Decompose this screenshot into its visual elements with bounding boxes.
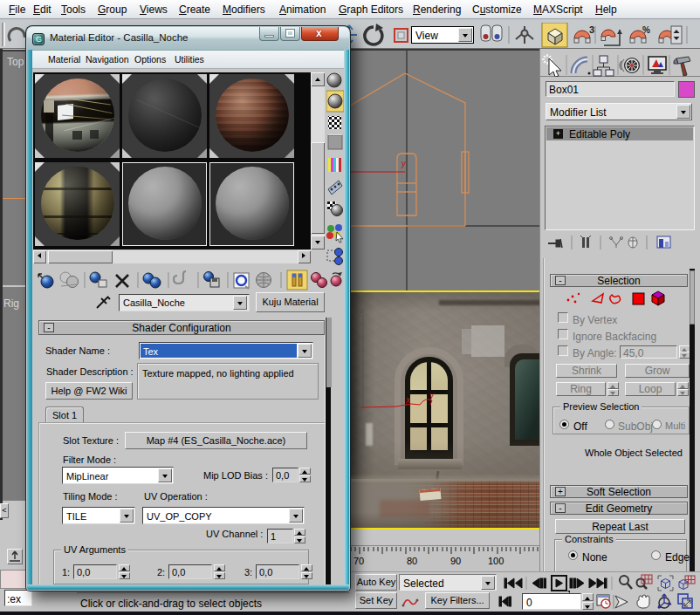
svg-text:y: y — [401, 159, 407, 168]
svg-text:90: 90 — [450, 556, 461, 566]
svg-text:3: 3 — [589, 24, 594, 35]
svg-text:70: 70 — [353, 556, 364, 566]
svg-text:y: y — [429, 391, 435, 400]
svg-text:100: 100 — [488, 556, 504, 566]
svg-text:z: z — [360, 307, 364, 315]
svg-text:x: x — [405, 395, 411, 405]
svg-text:80: 80 — [407, 556, 417, 566]
svg-text:%: % — [642, 25, 650, 35]
